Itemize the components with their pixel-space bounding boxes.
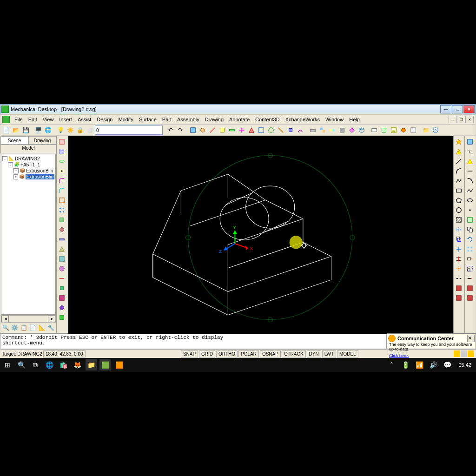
mdi-minimize-button[interactable]: —: [449, 116, 457, 123]
mirror-icon[interactable]: [454, 225, 463, 234]
toggle-osnap[interactable]: OSNAP: [260, 350, 281, 357]
break-icon[interactable]: [454, 274, 463, 283]
tool-icon[interactable]: [57, 225, 66, 234]
maximize-button[interactable]: ▭: [452, 105, 463, 113]
spline-icon[interactable]: [465, 186, 475, 195]
tool-icon[interactable]: [286, 126, 295, 135]
toggle-otrack[interactable]: OTRACK: [282, 350, 306, 357]
undo-icon[interactable]: ↶: [166, 126, 175, 135]
folder-icon[interactable]: 📁: [421, 126, 430, 135]
battery-icon[interactable]: 🔋: [400, 359, 411, 370]
scroll-right-icon[interactable]: ▶: [48, 316, 55, 322]
menu-xchangeworks[interactable]: XchangeWorks: [283, 116, 323, 123]
menu-file[interactable]: File: [12, 116, 26, 123]
tool-icon[interactable]: [57, 313, 66, 322]
menu-surface[interactable]: Surface: [136, 116, 159, 123]
layer-color-icon[interactable]: ◻️: [85, 126, 94, 135]
volume-icon[interactable]: 🔊: [428, 359, 439, 370]
extend-icon[interactable]: [465, 274, 475, 283]
tray-up-icon[interactable]: ˄: [386, 359, 397, 370]
copy-icon[interactable]: [465, 225, 475, 234]
tool-icon[interactable]: [370, 126, 379, 135]
sketch-icon[interactable]: [57, 137, 66, 146]
line-icon[interactable]: [454, 157, 463, 166]
tree-root[interactable]: DRAWING2: [15, 156, 40, 161]
filter-icon[interactable]: 🔍: [1, 323, 10, 332]
shell-icon[interactable]: [57, 196, 66, 205]
menu-assembly[interactable]: Assembly: [174, 116, 202, 123]
wifi-icon[interactable]: 📶: [414, 359, 425, 370]
store-icon[interactable]: 🛍️: [58, 359, 69, 370]
tree-feature-selected[interactable]: ExtrusionBlin: [26, 174, 54, 179]
popup-close-button[interactable]: ✕: [467, 335, 475, 342]
tool-icon[interactable]: [227, 126, 237, 135]
tool-icon[interactable]: [454, 284, 463, 293]
tool-icon[interactable]: [399, 126, 408, 135]
pattern-icon[interactable]: [57, 205, 66, 215]
tool-icon[interactable]: [247, 126, 256, 135]
menu-modify[interactable]: Modify: [115, 116, 136, 123]
tool-icon[interactable]: [454, 293, 463, 303]
properties-icon[interactable]: [389, 126, 398, 135]
tool-icon[interactable]: 📄: [29, 323, 38, 332]
tool-icon[interactable]: [188, 126, 198, 135]
constraint-icon[interactable]: [328, 126, 337, 135]
close-button[interactable]: ✕: [463, 105, 475, 113]
menu-content3d[interactable]: Content3D: [252, 116, 283, 123]
tree-feature[interactable]: ExtrusionBlin: [26, 168, 53, 173]
tool-icon[interactable]: [409, 126, 418, 135]
tool-icon[interactable]: [57, 293, 66, 303]
notifications-icon[interactable]: 💬: [442, 359, 453, 370]
warning-icon[interactable]: !: [454, 147, 463, 156]
globe-icon[interactable]: 🌐: [43, 126, 53, 135]
hatch-icon[interactable]: [454, 215, 463, 225]
tool-icon[interactable]: [57, 215, 66, 225]
tool-icon[interactable]: [218, 126, 227, 135]
layer-bulb-icon[interactable]: 💡: [56, 126, 65, 135]
tool-icon[interactable]: [465, 166, 475, 176]
part-icon[interactable]: [308, 126, 317, 135]
expand-icon[interactable]: -: [2, 156, 7, 161]
polyline-icon[interactable]: [454, 176, 463, 185]
popup-link[interactable]: Click here.: [389, 353, 409, 358]
mdi-close-button[interactable]: ✕: [465, 116, 474, 123]
tool-icon[interactable]: 📐: [38, 323, 46, 332]
circle-icon[interactable]: [454, 205, 463, 215]
tool-icon[interactable]: [465, 284, 475, 293]
warning-icon[interactable]: [465, 157, 475, 166]
tool-icon[interactable]: [237, 126, 246, 135]
move-icon[interactable]: [454, 245, 463, 254]
edge-icon[interactable]: 🌐: [44, 359, 55, 370]
menu-help[interactable]: Help: [346, 116, 363, 123]
menu-view[interactable]: View: [40, 116, 57, 123]
fillet-icon[interactable]: [57, 176, 66, 185]
toggle-dyn[interactable]: DYN: [307, 350, 321, 357]
menu-annotate[interactable]: Annotate: [226, 116, 252, 123]
trim-icon[interactable]: [454, 254, 463, 264]
open-icon[interactable]: 📂: [11, 126, 20, 135]
tool-icon[interactable]: [296, 126, 305, 135]
tool-icon[interactable]: [257, 126, 266, 135]
array-icon[interactable]: [465, 245, 475, 254]
screen-icon[interactable]: 🖥️: [33, 126, 43, 135]
recorder-icon[interactable]: 🟧: [113, 359, 125, 370]
menu-drawing[interactable]: Drawing: [202, 116, 226, 123]
revolve-icon[interactable]: [57, 157, 66, 166]
toggle-snap[interactable]: SNAP: [181, 350, 198, 357]
hole-icon[interactable]: [57, 166, 66, 176]
expand-icon[interactable]: +: [13, 174, 18, 179]
tab-scene[interactable]: Scene: [0, 136, 28, 145]
menu-window[interactable]: Window: [323, 116, 346, 123]
menu-insert[interactable]: Insert: [56, 116, 75, 123]
command-line[interactable]: Command: '_3dorbit Press ESC or ENTER to…: [0, 333, 387, 349]
scroll-left-icon[interactable]: ◀: [1, 316, 9, 322]
ellipse-icon[interactable]: [465, 196, 475, 205]
tab-drawing[interactable]: Drawing: [28, 136, 56, 145]
tool-icon[interactable]: [276, 126, 285, 135]
layer-sun-icon[interactable]: ☀️: [66, 126, 75, 135]
toggle-model[interactable]: MODEL: [337, 350, 358, 357]
menu-edit[interactable]: Edit: [26, 116, 40, 123]
tool-icon[interactable]: [465, 176, 475, 185]
feature-tree[interactable]: -📐DRAWING2 -🧩PART1_1 +📦ExtrusionBlin +📦E…: [1, 154, 56, 315]
toggle-lwt[interactable]: LWT: [322, 350, 336, 357]
